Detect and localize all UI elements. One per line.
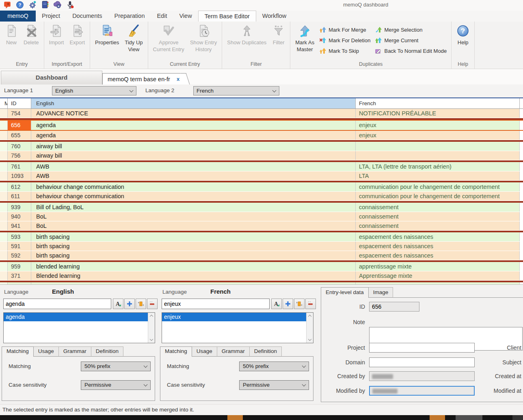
case-sensitivity-dropdown[interactable]: Permissive	[239, 380, 309, 390]
menu-preparation[interactable]: Preparation	[108, 11, 151, 22]
term-row-760[interactable]: 760airway bill	[0, 142, 523, 151]
language-1-dropdown[interactable]: English	[52, 86, 136, 95]
id-field[interactable]	[369, 302, 419, 312]
dictation-mic-icon[interactable]	[66, 1, 74, 9]
term-row-761[interactable]: 761AWBLTA, LTA (lettre de transport aéri…	[0, 162, 523, 171]
term-row-593[interactable]: 593birth spacingespacement des naissance…	[0, 232, 523, 242]
term-layout-button[interactable]	[136, 299, 146, 309]
term-row-756[interactable]: 756airway bill	[0, 151, 523, 160]
ribbon-button-properties[interactable]: Properties	[92, 23, 122, 58]
help-circle-icon[interactable]: ?	[16, 1, 24, 9]
case-sensitivity-dropdown[interactable]: Permissive	[81, 380, 151, 390]
tab-dashboard[interactable]: Dashboard	[1, 71, 102, 84]
doc-new-icon	[5, 24, 18, 37]
tab-image[interactable]: Image	[369, 287, 393, 298]
matching-dropdown[interactable]: 50% prefix	[239, 362, 309, 371]
term-list-scrollbar[interactable]	[148, 313, 155, 343]
remove-term-button[interactable]	[147, 299, 158, 309]
domain-field[interactable]	[369, 357, 475, 367]
term-layout-button[interactable]	[294, 299, 305, 309]
term-row-754[interactable]: 754ADVANCE NOTICENOTIFICATION PRÉALABLE	[0, 109, 523, 118]
french-term-cell: connaissement	[356, 203, 520, 212]
master-mark-cell	[0, 242, 8, 251]
add-term-button[interactable]	[283, 299, 293, 309]
scroll-down-icon[interactable]	[308, 338, 311, 341]
term-list-item[interactable]: enjeux	[162, 313, 313, 321]
ribbon-button-mark-to-skip[interactable]: Mark To Skip	[317, 45, 373, 56]
term-case-button[interactable]: A	[113, 299, 123, 309]
menu-workflow[interactable]: Workflow	[256, 11, 292, 22]
ribbon-button-mark-for-merge[interactable]: Mark For Merge	[317, 24, 373, 35]
menu-view[interactable]: View	[173, 11, 198, 22]
term-row-656[interactable]: 656agendaenjeux	[0, 120, 523, 131]
term-row-941[interactable]: 941BoLconnaissement	[0, 221, 523, 231]
ribbon-button-help[interactable]: ?Help	[454, 23, 472, 58]
tab-term-base-en-fr[interactable]: memoQ term base en-fr x	[102, 73, 185, 84]
term-row-371[interactable]: 371Blended learningApprentissage mixte	[0, 271, 523, 281]
term-row-612[interactable]: 612behaviour change communicationcommuni…	[0, 182, 523, 192]
tab-entry-level-data[interactable]: Entry-level data	[321, 287, 369, 298]
term-case-button[interactable]: A	[271, 299, 282, 309]
project-field[interactable]	[369, 343, 475, 353]
tab-usage[interactable]: Usage	[192, 346, 217, 357]
scroll-up-icon[interactable]	[308, 315, 311, 318]
scroll-down-icon[interactable]	[150, 338, 153, 341]
add-term-button[interactable]	[124, 299, 135, 309]
ribbon-button-merge-current[interactable]: Merge Current	[373, 35, 449, 45]
tab-matching[interactable]: Matching	[160, 346, 192, 357]
column-header-french[interactable]: French	[356, 98, 520, 108]
term-row-940[interactable]: 940BoLconnaissement	[0, 212, 523, 221]
term-row-655[interactable]: 655agendaenjeux	[0, 131, 523, 140]
back-to-normal-icon	[375, 48, 382, 54]
entry-level-data-box: ID Note Project Domain Created by Modifi…	[321, 297, 523, 402]
entry-id-cell: 761	[8, 162, 31, 171]
french-term-cell: espacement des naissances	[356, 242, 520, 251]
tab-usage[interactable]: Usage	[34, 346, 59, 357]
ribbon-button-tidy-up-view[interactable]: Tidy Up View	[122, 23, 145, 58]
tab-definition[interactable]: Definition	[250, 346, 282, 357]
column-header-id[interactable]: ID	[8, 98, 31, 108]
term-row-939[interactable]: 939Bill of Lading, BoLconnaissement	[0, 203, 523, 212]
close-tab-icon[interactable]: x	[177, 76, 179, 82]
term-list-item[interactable]: agenda	[4, 313, 155, 321]
tab-matching[interactable]: Matching	[2, 346, 34, 357]
chevron-down-icon	[130, 89, 134, 93]
tab-grammar[interactable]: Grammar	[217, 346, 250, 357]
scroll-up-icon[interactable]	[150, 315, 153, 318]
ribbon-button-back-to-normal-edit-mode[interactable]: Back To Normal Edit Mode	[373, 45, 449, 56]
settings-gear-icon[interactable]	[28, 1, 37, 9]
menu-project[interactable]: Project	[36, 11, 66, 22]
term-text-input[interactable]	[3, 299, 111, 309]
term-list[interactable]: enjeux	[162, 312, 313, 343]
term-row-959[interactable]: 959blended learningapprentissage mixte	[0, 262, 523, 271]
matching-dropdown[interactable]: 50% prefix	[81, 362, 151, 371]
remove-term-button[interactable]	[305, 299, 316, 309]
menu-edit[interactable]: Edit	[151, 11, 173, 22]
menu-memoq[interactable]: memoQ	[0, 11, 36, 22]
menu-term-base-editor[interactable]: Term Base Editor	[198, 11, 256, 22]
tab-definition[interactable]: Definition	[91, 346, 123, 357]
term-list-scrollbar[interactable]	[306, 313, 313, 343]
tab-grammar[interactable]: Grammar	[59, 346, 91, 357]
language-label: Language	[4, 289, 28, 295]
term-row-1093[interactable]: 1093AWBLTA	[0, 171, 523, 181]
resource-console-icon[interactable]	[54, 1, 62, 9]
term-list[interactable]: agenda	[3, 312, 155, 343]
memoq-logo-icon[interactable]	[3, 1, 11, 9]
term-base-book-icon[interactable]	[41, 1, 49, 9]
modified-by-field[interactable]	[369, 386, 475, 396]
ribbon-button-merge-selection[interactable]: Merge Selection	[373, 24, 449, 35]
english-term-cell: birth spacing	[31, 242, 356, 251]
term-row-591[interactable]: 591birth spacingespacement des naissance…	[0, 242, 523, 251]
ribbon-button-mark-as-master[interactable]: Mark As Master	[292, 23, 317, 58]
term-text-input[interactable]	[162, 299, 270, 309]
term-row-592[interactable]: 592birth spacingespacement des naissance…	[0, 251, 523, 260]
matching-settings-box: Matching50% prefixCase sensitivityPermis…	[160, 356, 313, 401]
column-header-english[interactable]: English	[31, 98, 356, 108]
term-row-611[interactable]: 611behaviour change communicationcommuni…	[0, 192, 523, 201]
ribbon-button-mark-for-deletion[interactable]: Mark For Deletion	[317, 35, 373, 45]
column-header-master[interactable]: M	[0, 98, 8, 108]
history-icon	[197, 24, 210, 37]
language-2-dropdown[interactable]: French	[193, 86, 279, 95]
menu-documents[interactable]: Documents	[66, 11, 108, 22]
